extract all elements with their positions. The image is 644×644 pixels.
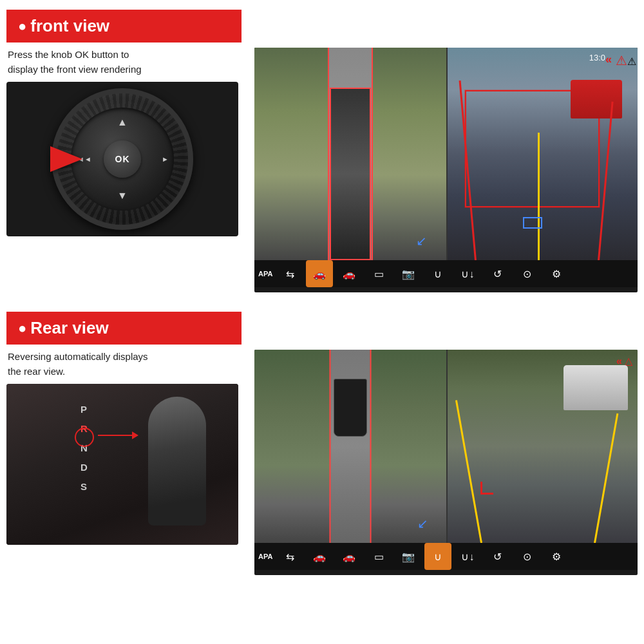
rear-view-content: Reversing automatically displays the rea… — [6, 350, 638, 575]
rear-toolbar-gear[interactable]: ⚙ — [543, 543, 570, 570]
front-view-content: Press the knob OK button to display the … — [6, 48, 638, 292]
rear-cam-right: « △ — [446, 350, 638, 543]
front-cam-right-bg: « ⚠ 13:0 — [446, 48, 638, 260]
front-cam-left: ↙ — [254, 48, 446, 260]
front-view-description: Press the knob OK button to display the … — [6, 48, 245, 77]
toolbar-icon-rotate[interactable]: ↺ — [484, 260, 511, 287]
toolbar-icon-gear[interactable]: ⚙ — [543, 260, 570, 287]
rear-blue-arrow: ↙ — [417, 516, 428, 531]
gear-p: P — [80, 400, 88, 419]
front-view-bullet: ● — [18, 18, 26, 35]
knob-arrow-down: ▼ — [117, 190, 128, 202]
knob-ok-button[interactable]: OK — [104, 140, 141, 178]
toolbar-icon-cam2[interactable]: ⊙ — [513, 260, 540, 287]
gear-letters: P R N D S — [80, 400, 88, 497]
front-view-title: front view — [30, 16, 109, 36]
rear-toolbar-rect[interactable]: ▭ — [365, 543, 392, 570]
front-view-left-panel: Press the knob OK button to display the … — [6, 48, 245, 236]
rear-guide-yellow-right — [594, 413, 618, 543]
gear-r-highlight — [75, 428, 94, 447]
front-cam-left-bg: ↙ — [254, 48, 446, 260]
toolbar-icon-rect[interactable]: ▭ — [365, 260, 392, 287]
toolbar-icon-arrows[interactable]: ⇆ — [276, 260, 303, 287]
rear-toolbar-car-down[interactable]: 🚗 — [336, 543, 363, 570]
rear-view-section: ● Rear view Reversing automatically disp… — [6, 312, 638, 575]
toolbar-apa-label[interactable]: APA — [258, 270, 272, 278]
rear-target-car — [564, 365, 628, 410]
front-view-header: ● front view — [6, 10, 242, 43]
toolbar-icon-car-down[interactable]: 🚗 — [336, 260, 363, 287]
toolbar-icon-u2[interactable]: ∪↓ — [454, 260, 481, 287]
time-display: 13:0 — [589, 53, 605, 62]
blue-arrow: ↙ — [416, 233, 427, 249]
knob-arrow-up: ▲ — [117, 117, 128, 128]
cam-warning-icons: « ⚠ — [605, 53, 631, 66]
rear-bracket-bl — [480, 482, 493, 495]
page-container: ● front view Press the knob OK button to… — [0, 0, 644, 644]
red-car — [571, 80, 622, 118]
gear-d: D — [80, 458, 88, 477]
camera-divider — [446, 48, 448, 260]
knob-photo-box: ▲ ▼ ◄◄ ► OK — [6, 82, 238, 236]
front-view-section: ● front view Press the knob OK button to… — [6, 10, 638, 292]
toolbar-icon-u1[interactable]: ∪ — [424, 260, 451, 287]
rear-view-description: Reversing automatically displays the rea… — [6, 350, 245, 379]
knob-arrow-right: ► — [162, 155, 169, 163]
rear-view-header: ● Rear view — [6, 312, 242, 345]
toolbar-icon-car-up-active[interactable]: 🚗 — [306, 260, 333, 287]
rear-toolbar-u2[interactable]: ∪↓ — [454, 543, 481, 570]
rear-toolbar-cam1[interactable]: 📷 — [395, 543, 422, 570]
front-camera-view: ↙ « ⚠ 13:0 — [254, 48, 638, 292]
rear-guide-yellow-left — [455, 400, 482, 543]
gear-shift-handle — [148, 397, 206, 526]
rear-toolbar-u-active[interactable]: ∪ — [424, 543, 451, 570]
rear-toolbar-apa[interactable]: APA — [258, 553, 272, 560]
front-cam-right: « ⚠ 13:0 — [446, 48, 638, 260]
rear-view-bullet: ● — [18, 320, 26, 337]
knob-inner: ▲ ▼ ◄◄ ► OK — [71, 108, 174, 211]
rear-toolbar-car-up[interactable]: 🚗 — [306, 543, 333, 570]
rear-view-title: Rear view — [30, 318, 108, 338]
toolbar-icon-cam1[interactable]: 📷 — [395, 260, 422, 287]
gear-s: S — [80, 477, 88, 497]
rear-toolbar-rotate[interactable]: ↺ — [484, 543, 511, 570]
rear-cam-left: ↙ — [254, 350, 446, 543]
knob-container: ▲ ▼ ◄◄ ► OK — [39, 88, 206, 230]
front-view-toolbar: APA ⇆ 🚗 🚗 ▭ 📷 ∪ ∪↓ ↺ ⊙ ⚙ — [254, 260, 638, 287]
rear-toolbar-arrows[interactable]: ⇆ — [276, 543, 303, 570]
gear-arrow — [98, 435, 133, 436]
road-line-yellow — [538, 133, 540, 260]
rear-camera-view: ↙ « △ — [254, 350, 638, 575]
rear-toolbar-cam2[interactable]: ⊙ — [513, 543, 540, 570]
gear-shift-photo: P R N D S — [6, 384, 238, 545]
rear-view-toolbar: APA ⇆ 🚗 🚗 ▭ 📷 ∪ ∪↓ ↺ ⊙ ⚙ — [254, 543, 638, 570]
rear-camera-divider — [446, 350, 448, 543]
road-line-right — [598, 101, 614, 260]
rear-view-left-panel: Reversing automatically displays the rea… — [6, 350, 245, 545]
red-arrow-indicator — [50, 146, 82, 172]
